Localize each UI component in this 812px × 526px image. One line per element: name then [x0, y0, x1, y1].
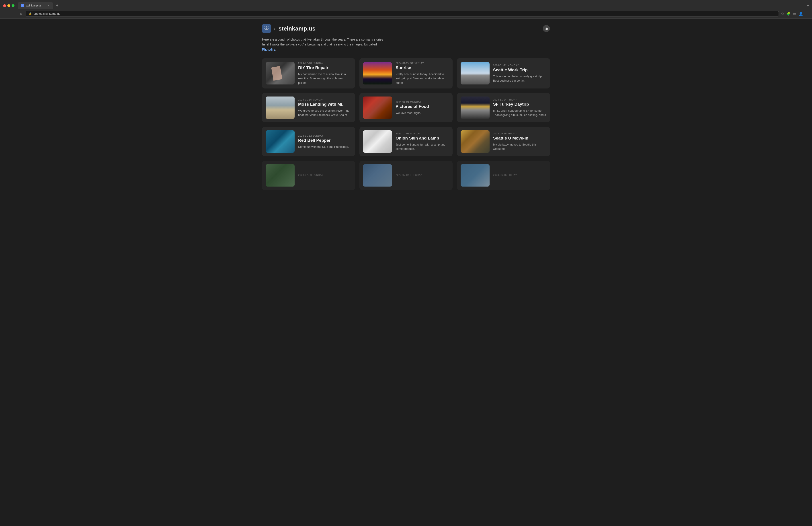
card-date: 2024-01-22 MONDAY — [493, 64, 546, 67]
photodirs-link[interactable]: Photodirs — [262, 48, 275, 51]
bookmark-icon[interactable]: ☆ — [781, 12, 784, 16]
title-bar: 🖼 steinkamp.us ✕ + ▾ — [0, 0, 812, 9]
card-thumbnail — [266, 97, 294, 119]
site-title-row: 🖼 / steinkamp.us — [262, 24, 316, 33]
card-info: 2024-01-15 MONDAY Moss Landing with Mi..… — [298, 98, 351, 117]
card-title: Moss Landing with Mi... — [298, 102, 351, 107]
description-text-1: Here are a bunch of photos that I've tak… — [262, 38, 383, 46]
tab-dropdown-button[interactable]: ▾ — [807, 3, 809, 8]
card-date: 2024-01-27 SATURDAY — [395, 62, 449, 65]
card-thumbnail — [363, 97, 392, 119]
tab-favicon-icon: 🖼 — [21, 4, 24, 7]
photo-card[interactable]: 2024-01-15 MONDAY Moss Landing with Mi..… — [262, 93, 355, 122]
card-description: My big baby moved to Seattle this weeken… — [493, 142, 546, 151]
extensions-icon[interactable]: 🧩 — [786, 12, 791, 16]
card-thumbnail — [266, 62, 294, 84]
close-window-button[interactable] — [3, 4, 6, 7]
breadcrumb-separator: / — [274, 26, 275, 31]
card-info: 2023-07-04 TUESDAY — [395, 174, 449, 177]
card-date: 2024-01-15 MONDAY — [298, 98, 351, 101]
photo-card[interactable]: 2024-01-22 MONDAY Seattle Work Trip This… — [457, 58, 550, 88]
card-date: 2023-07-04 TUESDAY — [395, 174, 449, 176]
card-date: 2023-09-15 FRIDAY — [493, 132, 546, 135]
forward-button[interactable]: → — [11, 12, 16, 16]
tab-bar: 🖼 steinkamp.us ✕ + — [18, 2, 60, 9]
menu-icon[interactable]: ⋮ — [805, 12, 809, 16]
card-info: 2023-09-15 FRIDAY Seattle U Move-In My b… — [493, 132, 546, 151]
photo-card[interactable]: 2023-07-04 TUESDAY — [359, 161, 452, 190]
card-thumbnail — [363, 130, 392, 153]
theme-toggle-button[interactable]: ◑ — [543, 25, 550, 32]
card-title: Onion Skin and Lamp — [395, 136, 449, 141]
photo-grid: 2024-02-18 SUNDAY DIY Tire Repair My car… — [262, 58, 550, 190]
page-content: 🖼 / steinkamp.us ◑ Here are a bunch of p… — [257, 19, 555, 199]
photo-card[interactable]: 2023-07-30 SUNDAY — [262, 161, 355, 190]
photo-card[interactable]: 2023-06-16 FRIDAY — [457, 161, 550, 190]
card-description: Just some Sunday fun with a lamp and som… — [395, 142, 449, 151]
card-thumbnail — [266, 164, 294, 187]
card-thumbnail — [266, 130, 294, 153]
card-description: Pretty cool sunrise today! I decided to … — [395, 72, 449, 85]
card-info: 2024-01-27 SATURDAY Sunrise Pretty cool … — [395, 62, 449, 85]
photo-card[interactable]: 2023-10-01 SUNDAY Onion Skin and Lamp Ju… — [359, 127, 452, 156]
new-tab-button[interactable]: + — [54, 2, 60, 9]
card-info: 2023-07-30 SUNDAY — [298, 174, 351, 177]
card-info: 2024-01-22 MONDAY Seattle Work Trip This… — [493, 64, 546, 83]
photo-card[interactable]: 2023-11-24 FRIDAY SF Turkey Daytrip M, N… — [457, 93, 550, 122]
profile-icon[interactable]: 👤 — [799, 12, 803, 16]
card-thumbnail — [461, 164, 490, 187]
card-date: 2023-10-01 SUNDAY — [395, 132, 449, 135]
photo-card[interactable]: 2023-09-15 FRIDAY Seattle U Move-In My b… — [457, 127, 550, 156]
card-info: 2023-11-24 FRIDAY SF Turkey Daytrip M, N… — [493, 98, 546, 117]
card-title: Seattle U Move-In — [493, 136, 546, 141]
card-title: DIY Tire Repair — [298, 65, 351, 70]
site-description: Here are a bunch of photos that I've tak… — [262, 37, 387, 52]
description-text-2: . — [275, 48, 276, 51]
back-button[interactable]: ← — [3, 12, 9, 16]
photo-card[interactable]: 2024-01-01 MONDAY Pictures of Food We lo… — [359, 93, 452, 122]
card-info: 2024-01-01 MONDAY Pictures of Food We lo… — [395, 100, 449, 115]
maximize-window-button[interactable] — [12, 4, 14, 7]
site-header: 🖼 / steinkamp.us ◑ — [262, 24, 550, 33]
card-thumbnail — [461, 130, 490, 153]
url-text: photos.steinkamp.us — [34, 12, 60, 15]
tab-close-button[interactable]: ✕ — [47, 4, 50, 8]
toolbar-right: ☆ 🧩 ▭ 👤 ⋮ — [781, 12, 809, 16]
card-info: 2023-11-12 SUNDAY Red Bell Pepper Some f… — [298, 134, 351, 149]
card-description: We love food, right? — [395, 111, 449, 115]
reload-button[interactable]: ↻ — [18, 12, 24, 16]
address-bar: ← → ↻ 🔒 photos.steinkamp.us ☆ 🧩 ▭ 👤 ⋮ — [0, 9, 812, 18]
photo-card[interactable]: 2023-11-12 SUNDAY Red Bell Pepper Some f… — [262, 127, 355, 156]
card-thumbnail — [363, 62, 392, 84]
card-title: Pictures of Food — [395, 104, 449, 109]
card-title: Sunrise — [395, 65, 449, 70]
card-info: 2023-06-16 FRIDAY — [493, 174, 546, 177]
active-tab[interactable]: 🖼 steinkamp.us ✕ — [18, 2, 53, 9]
sidebar-icon[interactable]: ▭ — [793, 12, 796, 16]
url-field[interactable]: 🔒 photos.steinkamp.us — [26, 11, 779, 17]
tab-title: steinkamp.us — [26, 4, 41, 7]
traffic-lights — [3, 4, 14, 7]
card-thumbnail — [461, 97, 490, 119]
card-description: My car warned me of a slow leak in a rea… — [298, 72, 351, 85]
photo-card[interactable]: 2024-02-18 SUNDAY DIY Tire Repair My car… — [262, 58, 355, 88]
card-date: 2024-01-01 MONDAY — [395, 100, 449, 103]
browser-chrome: 🖼 steinkamp.us ✕ + ▾ ← → ↻ 🔒 photos.stei… — [0, 0, 812, 19]
card-description: We drove to see the Western Flyer - the … — [298, 109, 351, 117]
card-date: 2023-11-24 FRIDAY — [493, 98, 546, 101]
site-favicon-icon: 🖼 — [262, 24, 271, 33]
photo-card[interactable]: 2024-01-27 SATURDAY Sunrise Pretty cool … — [359, 58, 452, 88]
card-title: Seattle Work Trip — [493, 68, 546, 73]
lock-icon: 🔒 — [29, 12, 32, 15]
minimize-window-button[interactable] — [8, 4, 10, 7]
card-info: 2024-02-18 SUNDAY DIY Tire Repair My car… — [298, 62, 351, 85]
card-thumbnail — [461, 62, 490, 84]
card-title: Red Bell Pepper — [298, 138, 351, 143]
card-description: M, N, and I headed up to SF for some Tha… — [493, 109, 546, 117]
card-date: 2023-06-16 FRIDAY — [493, 174, 546, 176]
card-date: 2024-02-18 SUNDAY — [298, 62, 351, 65]
page-title: steinkamp.us — [278, 25, 316, 32]
card-date: 2023-07-30 SUNDAY — [298, 174, 351, 176]
card-date: 2023-11-12 SUNDAY — [298, 134, 351, 137]
card-title: SF Turkey Daytrip — [493, 102, 546, 107]
